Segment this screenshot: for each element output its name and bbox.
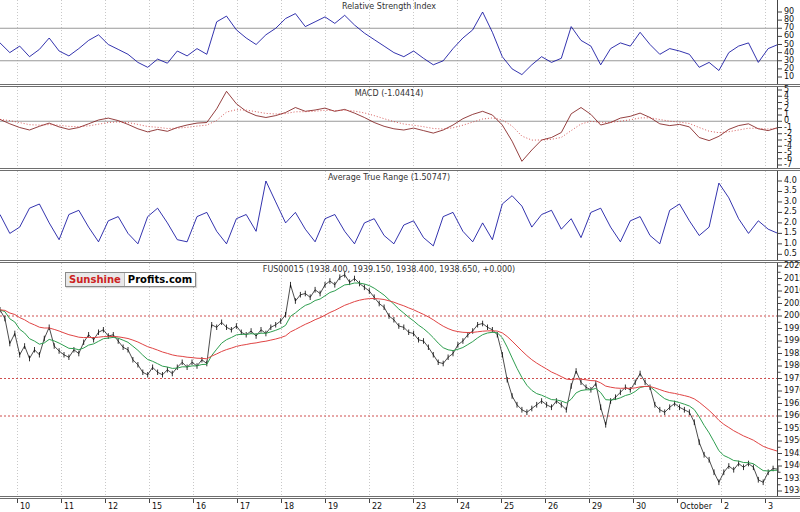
macd-signal-line	[0, 110, 778, 140]
day-gridlines	[18, 171, 766, 260]
x-tick-label: 2	[724, 502, 729, 511]
y-tick-label: 2010	[784, 287, 800, 295]
x-tick	[17, 499, 18, 503]
x-tick	[193, 499, 194, 503]
rsi-line	[0, 12, 778, 75]
y-tick-label: 1930	[784, 487, 800, 495]
y-tick-label: 1.5	[784, 229, 797, 237]
y-tick-label: 2015	[784, 275, 800, 283]
x-tick	[545, 499, 546, 503]
macd-line	[0, 91, 778, 161]
x-tick	[237, 499, 238, 503]
ma-slow-line	[0, 299, 778, 452]
y-tick-label: 1950	[784, 437, 800, 445]
atr-panel: Average True Range (1.50747) 4.03.53.02.…	[0, 171, 800, 260]
y-tick-label: 2020	[784, 262, 800, 270]
logo-part-sunshine: Sunshine	[66, 273, 125, 286]
date-axis-line	[0, 498, 800, 499]
ma-fast-line	[0, 283, 778, 471]
x-tick	[413, 499, 414, 503]
x-tick	[281, 499, 282, 503]
y-tick-label: 0.5	[784, 250, 797, 258]
y-tick-label: 1990	[784, 337, 800, 345]
x-tick	[61, 499, 62, 503]
x-tick-label: 30	[636, 502, 646, 511]
y-tick-label: 1970	[784, 387, 800, 395]
y-axis	[778, 0, 783, 84]
x-tick	[589, 499, 590, 503]
y-tick-label: 1985	[784, 350, 800, 358]
x-tick-label: 19	[328, 502, 338, 511]
rsi-title: Relative Strength Index	[0, 2, 778, 11]
x-tick	[369, 499, 370, 503]
x-tick-label: 22	[372, 502, 382, 511]
y-axis	[778, 87, 783, 168]
logo-part-profits: Profits.com	[125, 273, 195, 286]
x-tick	[765, 499, 766, 503]
x-tick-label: 26	[548, 502, 558, 511]
x-tick-label: 24	[460, 502, 470, 511]
date-axis: 101112151617181922232425262930October23	[0, 496, 800, 512]
rsi-panel: Relative Strength Index 9080706050403020…	[0, 0, 800, 84]
x-tick-label: 11	[64, 502, 74, 511]
y-tick-label: 3.5	[784, 187, 797, 195]
macd-series	[0, 91, 778, 161]
y-tick-label: 1960	[784, 412, 800, 420]
level-lines	[0, 28, 778, 61]
level-lines	[0, 316, 778, 416]
macd-title: MACD (-1.04414)	[0, 89, 778, 98]
macd-plot	[0, 87, 800, 168]
y-tick-label: 2.0	[784, 219, 797, 227]
chart-root: Relative Strength Index 9080706050403020…	[0, 0, 800, 512]
x-tick-label: October	[680, 502, 712, 511]
x-tick	[105, 499, 106, 503]
y-tick-label: 1955	[784, 425, 800, 433]
day-gridlines	[18, 87, 766, 168]
y-tick-label: 3.0	[784, 198, 797, 206]
atr-line	[0, 181, 778, 246]
rsi-plot	[0, 0, 800, 84]
sunshine-profits-logo[interactable]: Sunshine Profits.com	[65, 272, 196, 287]
x-tick-label: 17	[240, 502, 250, 511]
y-tick-label: 2005	[784, 300, 800, 308]
x-tick	[325, 499, 326, 503]
x-tick	[501, 499, 502, 503]
day-gridlines	[18, 0, 766, 84]
macd-panel: MACD (-1.04414) 543210-1-2-3-4-5-6-7	[0, 87, 800, 168]
x-tick-label: 25	[504, 502, 514, 511]
x-tick	[457, 499, 458, 503]
y-axis	[778, 263, 783, 496]
day-gridlines	[18, 263, 766, 496]
y-tick-label: 1.0	[784, 240, 797, 248]
atr-title: Average True Range (1.50747)	[0, 173, 778, 182]
y-tick-label: 4.0	[784, 177, 797, 185]
y-tick-label: 1945	[784, 450, 800, 458]
x-tick-label: 23	[416, 502, 426, 511]
x-tick-label: 10	[20, 502, 30, 511]
x-tick-label: 12	[108, 502, 118, 511]
y-tick-label: 1935	[784, 475, 800, 483]
price-panel: FUS00015 (1938.400, 1939.150, 1938.400, …	[0, 263, 800, 496]
rsi-series	[0, 12, 778, 75]
x-tick	[721, 499, 722, 503]
y-tick-label: 1980	[784, 362, 800, 370]
price-plot	[0, 263, 800, 496]
atr-plot	[0, 171, 800, 260]
atr-series	[0, 181, 778, 246]
x-tick-label: 18	[284, 502, 294, 511]
y-tick-label: 10	[784, 73, 794, 81]
x-tick-label: 3	[768, 502, 773, 511]
x-tick	[633, 499, 634, 503]
y-tick-label: 1975	[784, 375, 800, 383]
y-tick-label: 2.5	[784, 208, 797, 216]
x-tick-label: 16	[196, 502, 206, 511]
y-tick-label: 1965	[784, 400, 800, 408]
x-tick-label: 29	[592, 502, 602, 511]
y-axis	[778, 171, 783, 260]
x-tick-label: 15	[152, 502, 162, 511]
y-tick-label: 1940	[784, 462, 800, 470]
y-tick-label: 2000	[784, 312, 800, 320]
y-tick-label: 1995	[784, 325, 800, 333]
x-tick	[149, 499, 150, 503]
x-tick	[677, 499, 678, 503]
